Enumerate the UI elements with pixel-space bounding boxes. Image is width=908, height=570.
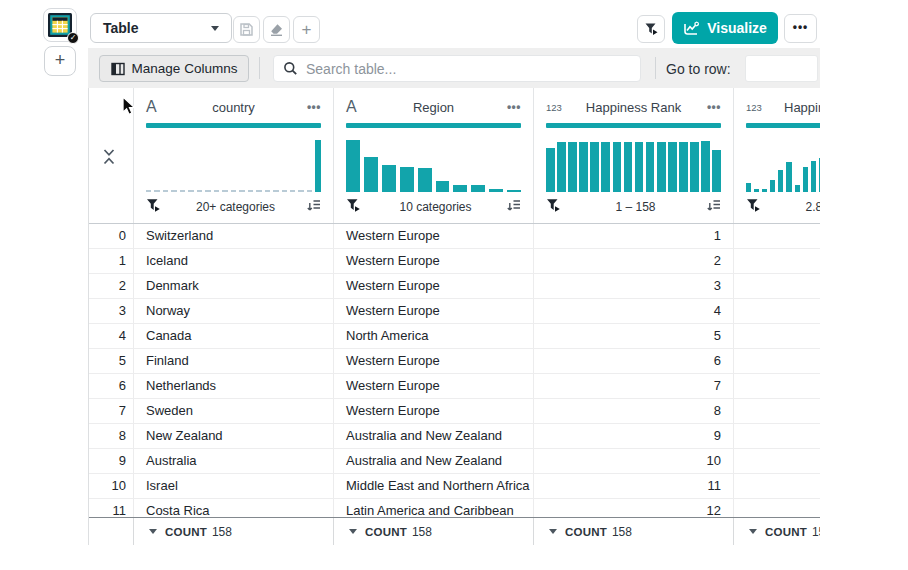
collapse-headers-icon[interactable] [102,147,116,165]
footer-aggregate-region[interactable]: COUNT158 [334,518,534,545]
column-sort-icon[interactable] [306,198,321,212]
search-input[interactable]: Search table... [273,55,641,82]
row-index[interactable]: 9 [89,449,134,473]
row-index[interactable]: 1 [89,249,134,273]
column-menu-button[interactable]: ••• [695,100,721,114]
undo-edits-button[interactable] [263,16,290,43]
row-index[interactable]: 3 [89,299,134,323]
data-cell[interactable]: 2 [534,249,734,273]
data-cell[interactable]: 12 [534,499,734,517]
data-cell[interactable]: Western Europe [334,249,534,273]
table-body: 0SwitzerlandWestern Europe11IcelandWeste… [89,224,820,517]
data-cell[interactable]: Middle East and Northern Africa [334,474,534,498]
row-index[interactable]: 11 [89,499,134,517]
data-cell[interactable]: Australia and New Zealand [334,424,534,448]
data-cell[interactable] [734,374,820,398]
manage-columns-button[interactable]: Manage Columns [99,55,249,82]
more-options-button[interactable]: ••• [784,14,817,43]
data-cell[interactable] [734,399,820,423]
data-cell[interactable]: 5 [534,324,734,348]
row-index[interactable]: 5 [89,349,134,373]
data-cell[interactable] [734,349,820,373]
data-cell[interactable]: Netherlands [134,374,334,398]
save-button[interactable] [233,16,260,43]
data-cell[interactable]: Denmark [134,274,334,298]
add-table-button[interactable]: + [44,46,76,76]
data-cell[interactable]: North America [334,324,534,348]
data-cell[interactable]: Western Europe [334,399,534,423]
data-cell[interactable]: 8 [534,399,734,423]
add-view-button[interactable]: + [293,16,320,43]
hist-bar [453,185,467,192]
data-cell[interactable]: 1 [534,224,734,248]
data-cell[interactable]: Australia [134,449,334,473]
column-summary: 2.8 – 7.587 [768,200,820,214]
data-cell[interactable]: 3 [534,274,734,298]
data-cell[interactable]: New Zealand [134,424,334,448]
column-header-happiness-rank[interactable]: 123Happiness Rank•••1 – 158 [534,88,734,223]
data-cell[interactable]: Norway [134,299,334,323]
footer-aggregate-happiness-score[interactable]: COUNT158 [734,518,820,545]
data-cell[interactable]: Australia and New Zealand [334,449,534,473]
column-filter-icon[interactable] [346,198,361,213]
row-index[interactable]: 6 [89,374,134,398]
data-cell[interactable] [734,324,820,348]
data-cell[interactable]: 11 [534,474,734,498]
data-cell[interactable] [734,299,820,323]
data-cell[interactable] [734,449,820,473]
data-cell[interactable] [734,274,820,298]
data-cell[interactable]: Western Europe [334,274,534,298]
data-cell[interactable]: Sweden [134,399,334,423]
column-filter-icon[interactable] [746,198,761,213]
column-header-country[interactable]: Acountry•••20+ categories [134,88,334,223]
goto-row-input[interactable] [745,55,818,82]
column-type-icon: A [346,98,372,116]
data-cell[interactable]: Western Europe [334,349,534,373]
column-summary: 1 – 158 [568,200,703,214]
data-cell[interactable]: Latin America and Caribbean [334,499,534,517]
data-cell[interactable]: Western Europe [334,374,534,398]
data-cell[interactable]: Switzerland [134,224,334,248]
footer-aggregate-country[interactable]: COUNT158 [134,518,334,545]
column-menu-button[interactable]: ••• [295,100,321,114]
data-cell[interactable]: Western Europe [334,299,534,323]
column-filter-icon[interactable] [146,198,161,213]
data-cell[interactable]: 6 [534,349,734,373]
data-cell[interactable] [734,474,820,498]
data-cell[interactable]: Iceland [134,249,334,273]
aggregate-value: 158 [412,525,432,539]
row-index[interactable]: 8 [89,424,134,448]
row-index[interactable]: 7 [89,399,134,423]
data-cell[interactable]: Western Europe [334,224,534,248]
column-sort-icon[interactable] [506,198,521,212]
data-cell[interactable] [734,249,820,273]
column-header-happiness-score[interactable]: 123Happiness Score•••2.8 – 7.587 [734,88,820,223]
column-filter-icon[interactable] [546,198,561,213]
data-cell[interactable] [734,499,820,517]
row-index[interactable]: 4 [89,324,134,348]
view-type-select[interactable]: Table [90,13,232,43]
data-cell[interactable]: 10 [534,449,734,473]
workspace-table-icon[interactable]: ✓ [43,8,77,42]
footer-aggregate-happiness-rank[interactable]: COUNT158 [534,518,734,545]
data-cell[interactable]: Canada [134,324,334,348]
column-sort-icon[interactable] [706,198,721,212]
column-header-region[interactable]: ARegion•••10 categories [334,88,534,223]
column-menu-button[interactable]: ••• [495,100,521,114]
global-filter-button[interactable] [637,15,665,43]
column-histogram [346,140,521,192]
row-index[interactable]: 0 [89,224,134,248]
data-cell[interactable]: 9 [534,424,734,448]
row-index[interactable]: 2 [89,274,134,298]
data-cell[interactable] [734,224,820,248]
data-cell[interactable] [734,424,820,448]
hist-bar [214,190,219,192]
funnel-play-icon [644,22,659,37]
data-cell[interactable]: 7 [534,374,734,398]
visualize-button[interactable]: Visualize [672,12,778,44]
data-cell[interactable]: Israel [134,474,334,498]
data-cell[interactable]: Costa Rica [134,499,334,517]
data-cell[interactable]: Finland [134,349,334,373]
row-index[interactable]: 10 [89,474,134,498]
data-cell[interactable]: 4 [534,299,734,323]
